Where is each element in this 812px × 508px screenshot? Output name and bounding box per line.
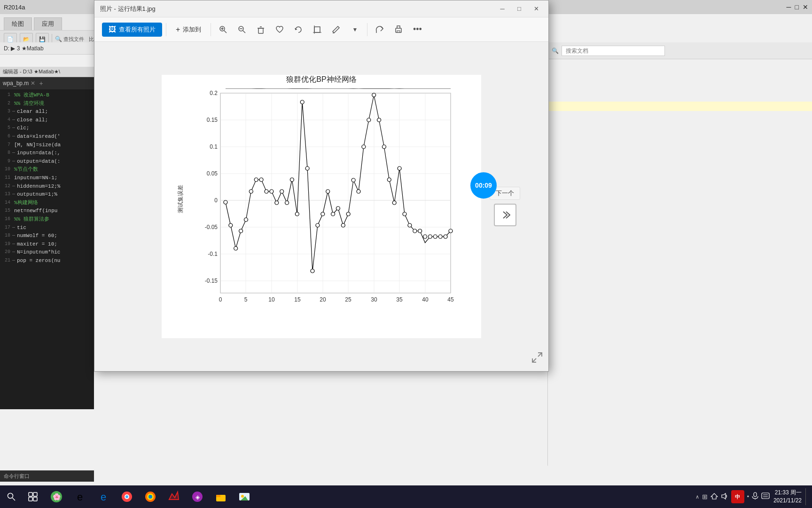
data-point	[234, 246, 238, 250]
code-line-14: 14 %构建网络	[2, 199, 92, 207]
svg-marker-80	[722, 493, 726, 499]
matlab-close[interactable]: ✕	[803, 3, 808, 11]
print-button[interactable]	[390, 21, 407, 38]
editor-breadcrumb: 编辑器 - D:\3 ★Matlab★\	[0, 67, 94, 77]
data-point	[367, 118, 371, 122]
data-point	[295, 212, 299, 216]
dialog-close-button[interactable]: ✕	[530, 4, 543, 14]
find-file-btn[interactable]: 🔍 查找文件	[55, 36, 84, 43]
search-input[interactable]	[562, 46, 665, 56]
edit-menu-button[interactable]: ▼	[346, 21, 363, 38]
data-point	[408, 223, 412, 227]
matlab-restore[interactable]: □	[795, 3, 799, 11]
svg-text:40: 40	[422, 296, 429, 303]
data-point	[413, 229, 417, 233]
add-to-button[interactable]: + 添加到	[170, 23, 207, 37]
microphone-icon[interactable]	[752, 492, 758, 501]
matlab-icon[interactable]	[164, 486, 184, 507]
delete-button[interactable]	[252, 21, 269, 38]
svg-rect-81	[754, 492, 757, 497]
svg-text:0.1: 0.1	[210, 143, 218, 150]
expand-icon[interactable]	[531, 352, 543, 365]
favorite-button[interactable]	[271, 21, 288, 38]
data-point	[331, 212, 335, 216]
add-icon: +	[176, 25, 180, 34]
svg-text:0.05: 0.05	[207, 170, 218, 177]
zoom-out-button[interactable]	[234, 21, 250, 38]
edge-icon[interactable]: e	[93, 486, 114, 507]
svg-rect-56	[29, 492, 32, 496]
data-point	[280, 190, 284, 193]
other-app-icon[interactable]: ◈	[187, 486, 208, 507]
windows-search-icon[interactable]	[4, 489, 19, 504]
photo-dialog: 照片 - 运行结果1.jpg ─ □ ✕ 🖼 查看所有照片 + 添加到	[94, 0, 549, 372]
edit-button[interactable]	[328, 21, 344, 38]
tray-arrow[interactable]: ∧	[695, 494, 699, 500]
data-point	[351, 178, 355, 182]
data-point	[357, 190, 360, 193]
photos-icon: 🖼	[109, 25, 116, 34]
crop-icon	[312, 25, 322, 34]
data-point	[377, 118, 381, 122]
network-icon[interactable]	[710, 492, 718, 501]
svg-text:30: 30	[371, 296, 377, 303]
data-point	[336, 206, 340, 210]
svg-text:0: 0	[214, 197, 218, 204]
browser-icon[interactable]	[117, 486, 137, 507]
svg-text:45: 45	[447, 296, 454, 303]
taskbar-clock[interactable]: 21:33 周一 2021/11/22	[773, 489, 802, 505]
data-point	[229, 223, 233, 227]
task-view-icon[interactable]	[23, 486, 43, 507]
taskbar-right: ∧ ⊞ 中 • 21:33 周一 2021/11/22	[695, 488, 808, 505]
data-point	[305, 167, 309, 170]
more-button[interactable]: •••	[409, 21, 426, 38]
security-app-icon[interactable]: 🌸	[46, 486, 67, 507]
next-arrow-button[interactable]	[494, 204, 516, 226]
svg-rect-15	[397, 31, 400, 32]
volume-icon[interactable]	[721, 492, 728, 501]
matlab-title: R2014a	[4, 4, 25, 11]
dialog-maximize-button[interactable]: □	[513, 4, 526, 14]
svg-line-5	[243, 31, 245, 33]
share-button[interactable]	[371, 21, 388, 38]
svg-rect-57	[33, 492, 37, 496]
data-point	[275, 201, 279, 205]
crop-button[interactable]	[309, 21, 326, 38]
tab-apps[interactable]: 应用	[34, 17, 62, 30]
matlab-minimize[interactable]: ─	[787, 3, 791, 11]
file-tab[interactable]: wpa_bp.m	[3, 80, 29, 87]
punctuation-icon[interactable]: •	[747, 493, 749, 500]
zoom-in-button[interactable]	[215, 21, 232, 38]
firefox-icon[interactable]	[140, 486, 161, 507]
keyboard-icon[interactable]	[761, 492, 770, 501]
editor-tab-bar: wpa_bp.m ✕ +	[0, 77, 94, 89]
data-point	[224, 200, 227, 204]
data-point	[249, 190, 253, 193]
ie-icon[interactable]: e	[70, 486, 90, 507]
view-all-photos-button[interactable]: 🖼 查看所有照片	[102, 23, 162, 37]
new-tab-icon[interactable]: +	[39, 79, 43, 87]
svg-line-52	[538, 353, 542, 357]
svg-rect-10	[314, 27, 320, 32]
photos-app-icon[interactable]	[234, 486, 255, 507]
show-desktop-icon[interactable]	[805, 488, 808, 505]
code-line-21: 21—pop = zeros(nu	[2, 257, 92, 265]
svg-text:◈: ◈	[195, 494, 200, 500]
tab-plot[interactable]: 绘图	[4, 17, 32, 30]
data-point	[398, 167, 401, 170]
print-icon	[394, 25, 403, 34]
close-tab-icon[interactable]: ✕	[31, 80, 35, 87]
code-line-12: 12—hiddennum=12;%	[2, 183, 92, 191]
sogou-input-icon[interactable]: 中	[731, 490, 744, 503]
cmd-window-label: 命令行窗口	[0, 470, 94, 482]
chart-plot-area: 测试集误差 .tick-label{font-size:12px;fill:#3…	[197, 88, 472, 310]
code-line-15: 15 net=newff(inpu	[2, 207, 92, 215]
svg-rect-59	[33, 497, 37, 501]
svg-marker-79	[711, 493, 718, 499]
dialog-minimize-button[interactable]: ─	[496, 4, 509, 14]
svg-point-69	[148, 495, 152, 499]
code-line-13: 13—outputnum=1;%	[2, 190, 92, 199]
rotate-button[interactable]	[290, 21, 307, 38]
data-point	[428, 235, 432, 238]
file-explorer-icon[interactable]	[211, 486, 231, 507]
